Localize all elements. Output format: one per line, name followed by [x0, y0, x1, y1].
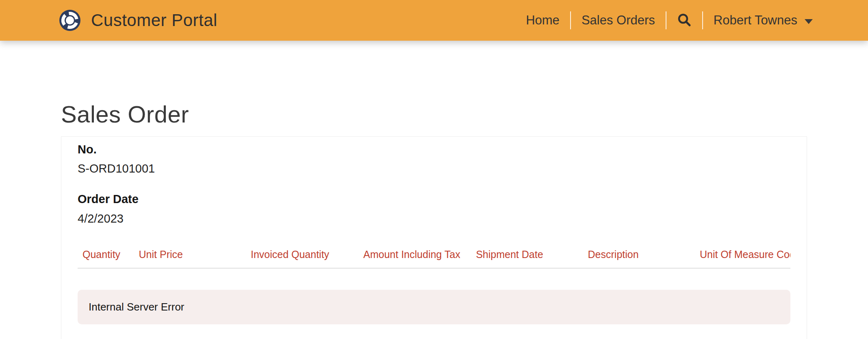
aperture-logo-icon — [59, 9, 81, 32]
main-content: Sales Order No. S-ORD101001 Order Date 4… — [0, 101, 868, 339]
field-no-label: No. — [78, 142, 790, 157]
column-header-quantity: Quantity — [78, 249, 134, 268]
nav-link-home[interactable]: Home — [515, 13, 570, 28]
column-header-shipment-date: Shipment Date — [471, 249, 583, 268]
order-lines-table: Quantity Unit Price Invoiced Quantity Am… — [78, 249, 790, 269]
navbar-links: Home Sales Orders Robert Townes — [515, 11, 813, 29]
table-header-row: Quantity Unit Price Invoiced Quantity Am… — [78, 249, 790, 268]
user-name: Robert Townes — [714, 13, 797, 28]
user-menu-toggle[interactable]: Robert Townes — [703, 13, 813, 28]
brand-title: Customer Portal — [91, 11, 217, 30]
search-icon — [677, 13, 692, 28]
error-message: Internal Server Error — [89, 301, 184, 313]
field-order-date-label: Order Date — [78, 192, 790, 206]
caret-down-icon — [805, 19, 813, 24]
column-header-unit-price: Unit Price — [134, 249, 246, 268]
column-header-invoiced-quantity: Invoiced Quantity — [246, 249, 358, 268]
nav-link-sales-orders[interactable]: Sales Orders — [571, 13, 666, 28]
brand-home-link[interactable]: Customer Portal — [59, 9, 217, 32]
page-title: Sales Order — [61, 101, 807, 128]
navbar: Customer Portal Home Sales Orders Robert… — [0, 0, 868, 41]
field-no: No. S-ORD101001 — [78, 142, 790, 176]
sales-order-card: No. S-ORD101001 Order Date 4/2/2023 Quan… — [61, 136, 807, 339]
column-header-unit-of-measure-code: Unit Of Measure Code — [695, 249, 790, 268]
error-banner: Internal Server Error — [78, 290, 790, 324]
field-no-value: S-ORD101001 — [78, 162, 790, 176]
search-button[interactable] — [666, 13, 702, 28]
field-order-date-value: 4/2/2023 — [78, 212, 790, 226]
field-order-date: Order Date 4/2/2023 — [78, 192, 790, 226]
column-header-amount-including-tax: Amount Including Tax — [358, 249, 471, 268]
column-header-description: Description — [583, 249, 695, 268]
